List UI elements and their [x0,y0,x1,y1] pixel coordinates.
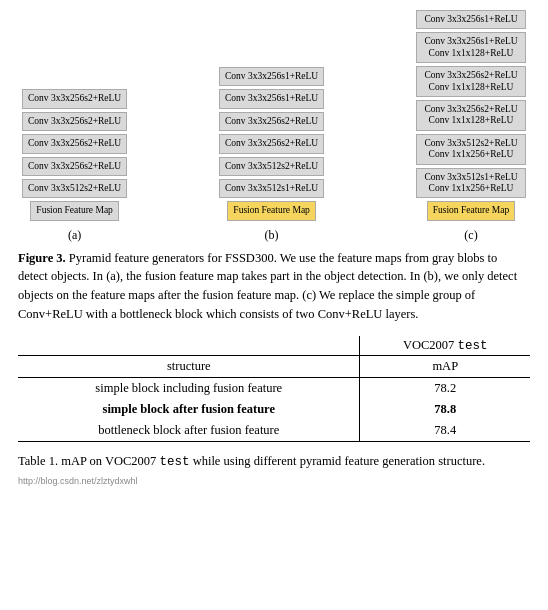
conv-block-b4: Conv 3x3x256s2+ReLU [219,134,324,153]
conv-block-b6: Conv 3x3x512s1+ReLU [219,179,324,198]
table-caption-code: test [160,455,190,469]
conv-block-b5: Conv 3x3x512s2+ReLU [219,157,324,176]
voc-header: VOC2007 test [360,336,530,356]
table-empty-header [18,336,360,356]
table-caption: Table 1. mAP on VOC2007 test while using… [18,452,530,491]
col-label-a: (a) [68,228,81,243]
table-row: bottleneck block after fusion feature 78… [18,420,530,442]
conv-block-c3: Conv 3x3x256s2+ReLUConv 1x1x128+ReLU [416,100,526,131]
fusion-block-c: Fusion Feature Map [427,201,516,220]
map-cell-1: 78.2 [360,377,530,399]
conv-block-a4: Conv 3x3x256s2+ReLU [22,157,127,176]
diagrams-container: Conv 3x3x256s2+ReLU Conv 3x3x256s2+ReLU … [18,10,530,243]
table-caption-text1: Table 1. mAP on VOC2007 [18,454,160,468]
conv-block-b3: Conv 3x3x256s2+ReLU [219,112,324,131]
conv-block-a3: Conv 3x3x256s2+ReLU [22,134,127,153]
map-header: mAP [360,355,530,377]
table-section: VOC2007 test structure mAP simple block … [18,336,530,442]
diagram-col-b: Conv 3x3x256s1+ReLU Conv 3x3x256s1+ReLU … [219,67,324,243]
structure-header: structure [18,355,360,377]
diagram-col-c: Conv 3x3x256s1+ReLU Conv 3x3x256s1+ReLUC… [416,10,526,243]
table-row: simple block after fusion feature 78.8 [18,399,530,420]
conv-block-a2: Conv 3x3x256s2+ReLU [22,112,127,131]
conv-block-c1: Conv 3x3x256s1+ReLUConv 1x1x128+ReLU [416,32,526,63]
figure-number: Figure 3. [18,251,66,265]
figure-caption: Figure 3. Pyramid feature generators for… [18,249,530,324]
table-caption-text2: while using different pyramid feature ge… [190,454,486,468]
col-label-c: (c) [464,228,477,243]
conv-block-c2: Conv 3x3x256s2+ReLUConv 1x1x128+ReLU [416,66,526,97]
conv-block-b2: Conv 3x3x256s1+ReLU [219,89,324,108]
conv-block-c4: Conv 3x3x512s2+ReLUConv 1x1x256+ReLU [416,134,526,165]
conv-block-c0: Conv 3x3x256s1+ReLU [416,10,526,29]
structure-cell-3: bottleneck block after fusion feature [18,420,360,442]
conv-block-a5: Conv 3x3x512s2+ReLU [22,179,127,198]
conv-block-a1: Conv 3x3x256s2+ReLU [22,89,127,108]
fusion-block-b: Fusion Feature Map [227,201,316,220]
structure-cell-1: simple block including fusion feature [18,377,360,399]
fusion-block-a: Fusion Feature Map [30,201,119,220]
table-row: simple block including fusion feature 78… [18,377,530,399]
col-label-b: (b) [265,228,279,243]
map-cell-2: 78.8 [360,399,530,420]
caption-text: Pyramid feature generators for FSSD300. … [18,251,517,321]
results-table: VOC2007 test structure mAP simple block … [18,336,530,442]
diagram-col-a: Conv 3x3x256s2+ReLU Conv 3x3x256s2+ReLU … [22,89,127,242]
conv-block-c5: Conv 3x3x512s1+ReLUConv 1x1x256+ReLU [416,168,526,199]
structure-cell-2: simple block after fusion feature [18,399,360,420]
conv-block-b1: Conv 3x3x256s1+ReLU [219,67,324,86]
map-cell-3: 78.4 [360,420,530,442]
watermark: http://blog.csdn.net/zlztydxwhl [18,476,138,486]
